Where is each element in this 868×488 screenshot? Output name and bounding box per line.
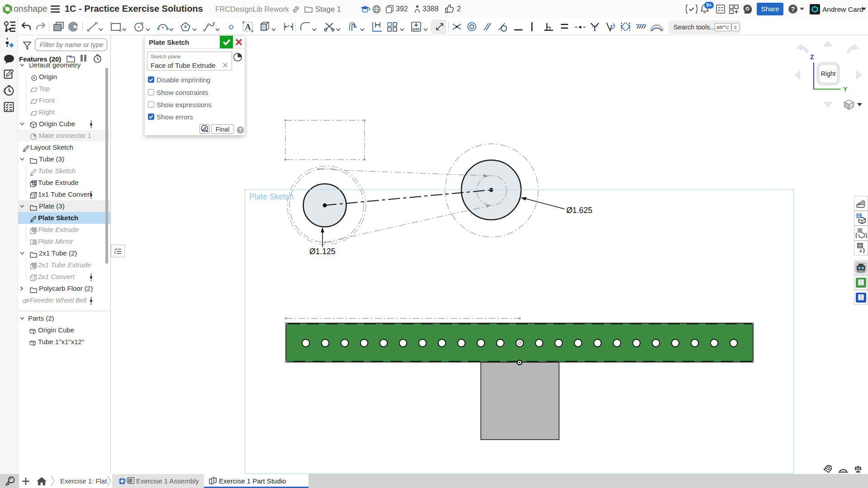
svg-text:DXF: DXF [413,27,420,31]
svg-text:?: ? [791,5,795,13]
svg-text:A: A [245,22,251,32]
svg-text:?: ? [239,127,242,133]
